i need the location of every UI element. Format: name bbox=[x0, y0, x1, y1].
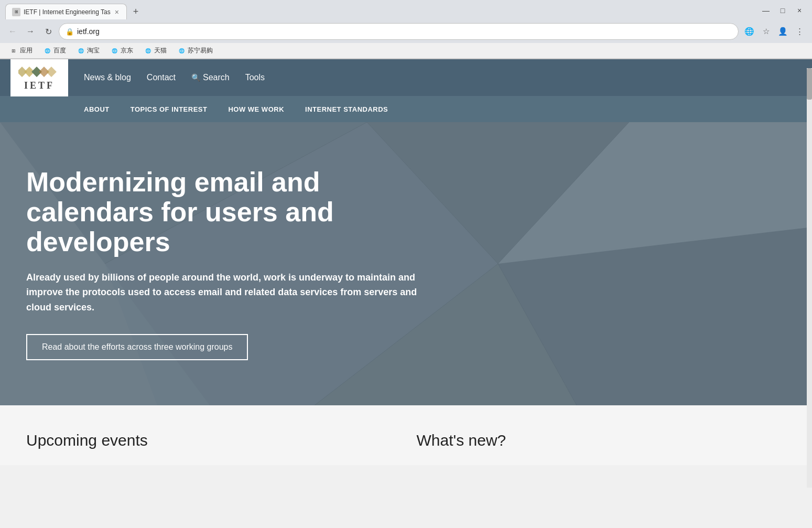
hero-title: Modernizing email and calendars for user… bbox=[26, 167, 435, 257]
bookmark-taobao[interactable]: 🌐 淘宝 bbox=[72, 45, 104, 57]
upcoming-events-title: Upcoming events bbox=[26, 432, 396, 449]
lock-icon: 🔒 bbox=[66, 28, 74, 36]
back-button[interactable]: ← bbox=[5, 24, 20, 39]
search-icon: 🔍 bbox=[191, 73, 200, 82]
nav-contact[interactable]: Contact bbox=[147, 73, 176, 82]
reload-button[interactable]: ↻ bbox=[41, 24, 56, 39]
top-nav-links: News & blog Contact 🔍 Search Tools bbox=[84, 73, 802, 82]
window-controls: — □ × bbox=[759, 3, 807, 18]
bookmark-tmall[interactable]: 🌐 天猫 bbox=[139, 45, 171, 57]
subnav-topics[interactable]: TOPICS OF INTEREST bbox=[131, 105, 208, 113]
tab-close-button[interactable]: × bbox=[114, 7, 120, 17]
minimize-button[interactable]: — bbox=[759, 3, 773, 18]
bookmark-baidu[interactable]: 🌐 百度 bbox=[39, 45, 70, 57]
taobao-icon: 🌐 bbox=[77, 47, 85, 55]
address-bar[interactable]: 🔒 ietf.org bbox=[59, 23, 739, 40]
hero-section: Modernizing email and calendars for user… bbox=[0, 122, 812, 405]
nav-search[interactable]: 🔍 Search bbox=[191, 73, 230, 82]
bookmarks-bar: ⊞ 应用 🌐 百度 🌐 淘宝 🌐 京东 🌐 天猫 🌐 苏宁易购 bbox=[0, 43, 812, 59]
close-window-button[interactable]: × bbox=[792, 3, 807, 18]
site-topnav: IETF News & blog Contact 🔍 Search Tools bbox=[0, 59, 812, 96]
scrollbar-thumb[interactable] bbox=[807, 68, 812, 100]
subnav-about[interactable]: ABOUT bbox=[84, 105, 110, 113]
nav-search-label: Search bbox=[203, 73, 230, 82]
forward-button[interactable]: → bbox=[23, 24, 38, 39]
menu-button[interactable]: ⋮ bbox=[792, 24, 807, 39]
maximize-button[interactable]: □ bbox=[775, 3, 790, 18]
site-logo[interactable]: IETF bbox=[10, 59, 68, 96]
logo-svg bbox=[18, 64, 60, 79]
whats-new-section: What's new? bbox=[417, 432, 786, 449]
bookmark-jd-label: 京东 bbox=[121, 46, 133, 55]
bookmark-taobao-label: 淘宝 bbox=[87, 46, 100, 55]
logo-diamonds bbox=[18, 64, 60, 79]
bookmark-suning[interactable]: 🌐 苏宁易购 bbox=[173, 45, 217, 57]
browser-tab-active[interactable]: ⊞ IETF | Internet Engineering Tas × bbox=[5, 4, 127, 19]
address-text: ietf.org bbox=[77, 27, 732, 36]
baidu-icon: 🌐 bbox=[43, 47, 51, 55]
bookmark-jd[interactable]: 🌐 京东 bbox=[106, 45, 137, 57]
subnav-how-we-work[interactable]: HOW WE WORK bbox=[228, 105, 284, 113]
tab-favicon: ⊞ bbox=[12, 8, 20, 16]
tab-title: IETF | Internet Engineering Tas bbox=[24, 8, 111, 16]
browser-tabs: ⊞ IETF | Internet Engineering Tas × + bbox=[5, 2, 143, 19]
hero-content: Modernizing email and calendars for user… bbox=[0, 136, 461, 392]
website-content: IETF News & blog Contact 🔍 Search Tools … bbox=[0, 59, 812, 465]
bookmark-apps[interactable]: ⊞ 应用 bbox=[5, 45, 37, 57]
account-button[interactable]: 👤 bbox=[775, 24, 790, 39]
bookmark-suning-label: 苏宁易购 bbox=[188, 46, 213, 55]
bookmark-tmall-label: 天猫 bbox=[154, 46, 167, 55]
nav-tools[interactable]: Tools bbox=[245, 73, 265, 82]
browser-chrome: ⊞ IETF | Internet Engineering Tas × + — … bbox=[0, 0, 812, 59]
whats-new-title: What's new? bbox=[417, 432, 786, 449]
hero-description: Already used by billions of people aroun… bbox=[26, 270, 425, 315]
logo-text: IETF bbox=[24, 80, 55, 91]
site-subnav: ABOUT TOPICS OF INTEREST HOW WE WORK INT… bbox=[0, 96, 812, 122]
tmall-icon: 🌐 bbox=[144, 47, 152, 55]
subnav-internet-standards[interactable]: INTERNET STANDARDS bbox=[305, 105, 388, 113]
nav-news-blog[interactable]: News & blog bbox=[84, 73, 131, 82]
translate-button[interactable]: 🌐 bbox=[742, 24, 756, 39]
hero-cta-button[interactable]: Read about the efforts across three work… bbox=[26, 334, 248, 360]
new-tab-button[interactable]: + bbox=[129, 4, 143, 19]
jd-icon: 🌐 bbox=[110, 47, 118, 55]
browser-toolbar: 🌐 ☆ 👤 ⋮ bbox=[742, 24, 807, 39]
apps-icon: ⊞ bbox=[9, 47, 18, 55]
browser-titlebar: ⊞ IETF | Internet Engineering Tas × + — … bbox=[0, 0, 812, 21]
browser-addressbar: ← → ↻ 🔒 ietf.org 🌐 ☆ 👤 ⋮ bbox=[0, 21, 812, 43]
scrollbar[interactable] bbox=[807, 68, 812, 465]
suning-icon: 🌐 bbox=[177, 47, 186, 55]
upcoming-events-section: Upcoming events bbox=[26, 432, 396, 449]
svg-rect-4 bbox=[46, 67, 57, 77]
below-fold-section: Upcoming events What's new? bbox=[0, 405, 812, 465]
bookmark-button[interactable]: ☆ bbox=[759, 24, 773, 39]
bookmark-apps-label: 应用 bbox=[20, 46, 33, 55]
bookmark-baidu-label: 百度 bbox=[53, 46, 66, 55]
